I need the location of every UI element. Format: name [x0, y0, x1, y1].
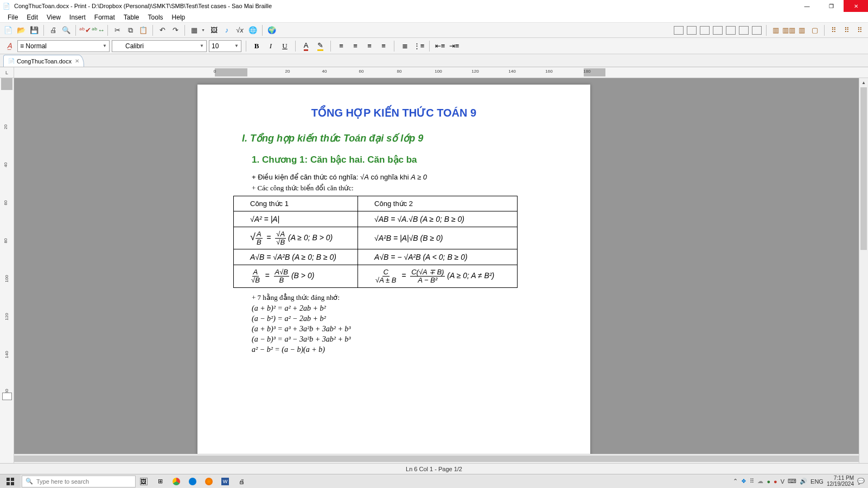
paragraph-style-combo[interactable]: ≡ Normal ▼: [17, 40, 110, 52]
font-color-button[interactable]: A: [300, 40, 312, 52]
tray-icon[interactable]: ●: [774, 478, 777, 485]
italic-button[interactable]: I: [265, 40, 277, 52]
align-left-button[interactable]: ≡: [335, 40, 347, 52]
decrease-indent-button[interactable]: ⇤≡: [434, 40, 446, 52]
tray-icon[interactable]: ●: [767, 478, 770, 485]
taskbar-word[interactable]: W: [217, 474, 233, 489]
spellcheck-button[interactable]: ᵃᵇ✔: [79, 24, 91, 36]
minimize-button[interactable]: —: [795, 0, 819, 12]
separator: [43, 25, 44, 36]
taskbar-firefox[interactable]: [201, 474, 217, 489]
column-right-button[interactable]: ▥: [796, 24, 808, 36]
menu-help[interactable]: Help: [168, 14, 190, 21]
view-mode-1[interactable]: [674, 26, 684, 35]
menu-edit[interactable]: Edit: [22, 14, 42, 21]
equation-button[interactable]: √x: [234, 24, 246, 36]
view-mode-6[interactable]: [739, 26, 749, 35]
vertical-scrollbar[interactable]: ▲ ▼: [859, 78, 868, 474]
menu-tools[interactable]: Tools: [144, 14, 168, 21]
save-button[interactable]: 💾: [28, 24, 40, 36]
document-canvas[interactable]: TỔNG HỢP KIẾN THỨC TOÁN 9 I. Tổng hợp ki…: [14, 78, 859, 474]
menu-view[interactable]: View: [42, 14, 65, 21]
copy-button[interactable]: ⧉: [124, 24, 136, 36]
windows-icon: [7, 478, 14, 485]
view-mode-3[interactable]: [700, 26, 710, 35]
column-both-button[interactable]: ▥▥: [783, 24, 795, 36]
braille-3-button[interactable]: ⠿: [854, 24, 866, 36]
dropdown-icon[interactable]: ▼: [201, 28, 207, 32]
audio-button[interactable]: ♪: [221, 24, 233, 36]
taskbar-taskview[interactable]: ⊞: [152, 474, 168, 489]
find-replace-button[interactable]: ᵃᵇ↔: [92, 24, 104, 36]
highlight-button[interactable]: ✎: [314, 40, 326, 52]
tab-close-button[interactable]: ✕: [75, 58, 79, 64]
start-button[interactable]: [0, 474, 21, 489]
bulleted-list-button[interactable]: ⋮≡: [413, 40, 425, 52]
underline-button[interactable]: U: [279, 40, 291, 52]
dropdown-icon: ▼: [200, 43, 204, 48]
undo-button[interactable]: ↶: [156, 24, 168, 36]
separator: [246, 41, 246, 52]
print-button[interactable]: 🖨: [47, 24, 59, 36]
globe-button[interactable]: 🌐: [247, 24, 259, 36]
column-none-button[interactable]: ▢: [809, 24, 821, 36]
horizontal-ruler[interactable]: 0 20 40 60 80 100 120 140 160 180: [14, 67, 868, 78]
tray-icon[interactable]: ❖: [741, 478, 746, 485]
tray-keyboard-icon[interactable]: ⌨: [788, 478, 796, 485]
view-mode-2[interactable]: [687, 26, 697, 35]
language-button[interactable]: 🌍: [266, 24, 278, 36]
maximize-button[interactable]: ❐: [819, 0, 844, 12]
taskbar-chrome[interactable]: [168, 474, 184, 489]
view-mode-4[interactable]: [713, 26, 723, 35]
tray-language[interactable]: ENG: [810, 478, 824, 485]
taskbar-search[interactable]: 🔍 Type here to search: [22, 476, 136, 487]
close-button[interactable]: ✕: [844, 0, 868, 12]
menu-format[interactable]: Format: [90, 14, 119, 21]
tray-notifications-icon[interactable]: 💬: [857, 478, 865, 485]
ruler-marker[interactable]: [2, 393, 12, 400]
tray-clock[interactable]: 7:11 PM 12/19/2024: [827, 476, 854, 487]
table-cell: √A² = |A|: [234, 211, 358, 227]
tray-onedrive-icon[interactable]: ☁: [757, 478, 763, 485]
open-button[interactable]: 📂: [15, 24, 27, 36]
column-left-button[interactable]: ▥: [770, 24, 782, 36]
scrollbar-thumb[interactable]: [14, 455, 859, 462]
menu-file[interactable]: File: [3, 14, 22, 21]
vertical-ruler[interactable]: 20 40 60 80 100 120 140 160: [0, 78, 14, 474]
print-preview-button[interactable]: 🔍: [60, 24, 72, 36]
doc-line: + 7 hằng đẳng thức đáng nhớ:: [252, 293, 536, 302]
document-tab[interactable]: 📄 CongThucToan.docx ✕: [3, 55, 84, 67]
view-mode-5[interactable]: [726, 26, 736, 35]
taskbar-print[interactable]: 🖨: [233, 474, 250, 489]
tray-icon[interactable]: V: [781, 478, 784, 485]
horizontal-scrollbar[interactable]: [14, 454, 859, 463]
tray-icon[interactable]: ⠿: [750, 478, 754, 485]
align-right-button[interactable]: ≡: [363, 40, 375, 52]
text-style-icon[interactable]: A̲: [3, 40, 15, 52]
scroll-up-icon[interactable]: ▲: [859, 78, 868, 87]
taskbar-edge[interactable]: [184, 474, 201, 489]
taskbar-cortana[interactable]: 🖼: [136, 474, 152, 489]
tray-overflow-icon[interactable]: ⌃: [733, 478, 738, 485]
window-title: CongThucToan.docx - Print - D:\Dropbox (…: [13, 3, 795, 9]
bold-button[interactable]: B: [251, 40, 263, 52]
menu-insert[interactable]: Insert: [65, 14, 90, 21]
new-button[interactable]: 📄: [2, 24, 14, 36]
braille-1-button[interactable]: ⠿: [828, 24, 840, 36]
font-size-combo[interactable]: 10 ▼: [209, 40, 241, 52]
font-family-combo[interactable]: Calibri ▼: [112, 40, 207, 52]
scrollbar-thumb[interactable]: [860, 87, 867, 250]
cut-button[interactable]: ✂: [111, 24, 123, 36]
paste-button[interactable]: 📋: [137, 24, 149, 36]
braille-2-button[interactable]: ⠿: [841, 24, 853, 36]
view-mode-7[interactable]: [752, 26, 762, 35]
numbered-list-button[interactable]: ≣: [399, 40, 411, 52]
increase-indent-button[interactable]: ⇥≡: [448, 40, 460, 52]
table-button[interactable]: ▦: [188, 24, 200, 36]
align-justify-button[interactable]: ≡: [378, 40, 390, 52]
tray-volume-icon[interactable]: 🔊: [800, 478, 807, 485]
image-button[interactable]: 🖼: [208, 24, 220, 36]
align-center-button[interactable]: ≡: [349, 40, 361, 52]
redo-button[interactable]: ↷: [169, 24, 181, 36]
menu-table[interactable]: Table: [119, 14, 144, 21]
